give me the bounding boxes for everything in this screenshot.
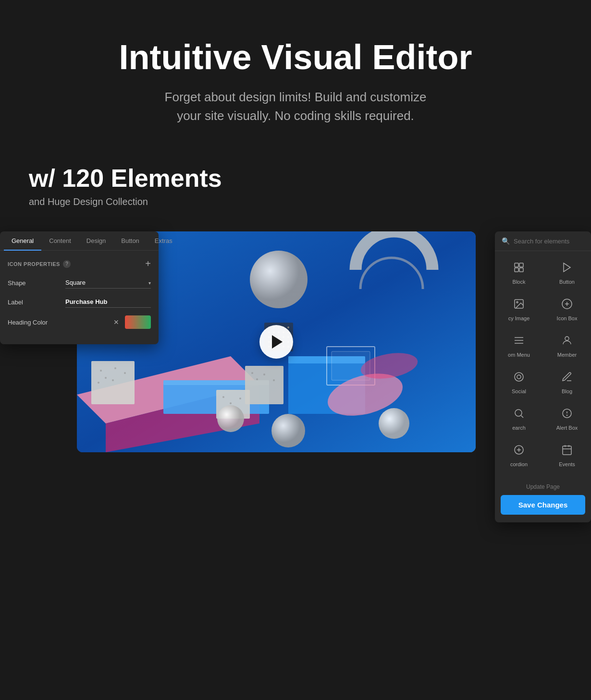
content-area: General Content Design Button Extras ICO…: [0, 231, 591, 519]
element-button-label: Button: [559, 279, 575, 285]
menu-icon: [513, 335, 525, 349]
svg-point-17: [250, 251, 308, 308]
element-iconbox[interactable]: Icon Box: [543, 291, 591, 328]
svg-point-6: [100, 370, 102, 372]
hero-title: Intuitive Visual Editor: [19, 38, 572, 76]
svg-point-69: [515, 410, 522, 416]
element-blog-label: Blog: [562, 388, 572, 394]
svg-point-66: [565, 337, 569, 340]
heading-color-label: Heading Color: [8, 319, 111, 326]
elements-grid: Block Button: [495, 251, 591, 478]
elements-panel: 🔍 Block: [495, 231, 591, 522]
element-social-label: Social: [512, 388, 526, 394]
svg-point-36: [287, 326, 289, 328]
heading-color-row: Heading Color ✕: [8, 315, 151, 329]
search-element-icon: [513, 408, 525, 422]
element-image-label: cy Image: [508, 315, 530, 321]
tab-extras[interactable]: Extras: [147, 231, 180, 250]
update-label: Update Page: [501, 483, 585, 490]
svg-rect-58: [519, 263, 523, 267]
svg-point-13: [251, 372, 253, 374]
label-value: [65, 296, 151, 308]
element-block[interactable]: Block: [495, 255, 543, 291]
hero-section: Intuitive Visual Editor Forget about des…: [0, 0, 591, 145]
events-icon: [561, 444, 573, 459]
tab-content[interactable]: Content: [41, 231, 79, 250]
shape-property-row: Shape Square Circle Rounded ▾: [8, 277, 151, 289]
shape-select[interactable]: Square Circle Rounded: [65, 277, 151, 289]
search-input[interactable]: [514, 238, 591, 245]
section-header: ICON PROPERTIES ? +: [8, 258, 151, 269]
tab-general[interactable]: General: [4, 231, 41, 250]
play-button[interactable]: [259, 325, 293, 359]
blog-icon: [561, 371, 573, 386]
svg-point-67: [515, 373, 523, 381]
elements-section-header: w/ 120 Elements and Huge Design Collecti…: [0, 145, 591, 231]
svg-rect-12: [245, 366, 283, 404]
elements-title: w/ 120 Elements: [29, 164, 562, 193]
color-swatch[interactable]: [125, 315, 151, 329]
member-icon: [561, 335, 573, 349]
element-alertbox[interactable]: Alert Box: [543, 401, 591, 437]
update-section: Update Page Save Changes: [495, 478, 591, 517]
search-icon: 🔍: [502, 237, 510, 245]
element-search-label: earch: [512, 425, 526, 431]
svg-point-16: [273, 379, 275, 381]
tab-button[interactable]: Button: [113, 231, 147, 250]
element-social[interactable]: Social: [495, 364, 543, 401]
svg-point-62: [517, 302, 518, 303]
block-icon: [513, 262, 525, 276]
label-property-row: Label: [8, 296, 151, 308]
svg-point-11: [124, 372, 126, 374]
iconbox-icon: [561, 298, 573, 313]
elements-subtitle: and Huge Design Collection: [29, 196, 562, 207]
svg-point-20: [230, 402, 232, 404]
section-title: ICON PROPERTIES: [8, 261, 60, 267]
element-menu-label: om Menu: [508, 352, 530, 358]
element-blog[interactable]: Blog: [543, 364, 591, 401]
svg-point-27: [271, 414, 305, 447]
search-bar: 🔍: [495, 231, 591, 251]
svg-point-9: [98, 382, 99, 384]
hero-subtitle: Forget about design limits! Build and cu…: [127, 88, 464, 125]
element-accordion-label: cordion: [510, 461, 528, 467]
element-image[interactable]: cy Image: [495, 291, 543, 328]
save-changes-button[interactable]: Save Changes: [501, 495, 585, 515]
clear-color-button[interactable]: ✕: [111, 317, 121, 327]
element-block-label: Block: [513, 279, 526, 285]
svg-point-8: [114, 367, 116, 369]
element-events-label: Events: [559, 461, 575, 467]
label-label: Label: [8, 299, 65, 306]
svg-rect-59: [515, 268, 518, 272]
button-icon: [561, 262, 573, 276]
label-input[interactable]: [65, 296, 151, 308]
element-iconbox-label: Icon Box: [557, 315, 578, 321]
help-icon[interactable]: ?: [63, 260, 71, 268]
svg-rect-57: [515, 263, 518, 267]
add-property-button[interactable]: +: [145, 258, 151, 269]
element-menu[interactable]: om Menu: [495, 328, 543, 364]
element-accordion[interactable]: cordion: [495, 437, 543, 474]
page-wrapper: Intuitive Visual Editor Forget about des…: [0, 0, 591, 700]
svg-point-7: [105, 377, 107, 379]
element-member[interactable]: Member: [543, 328, 591, 364]
play-icon: [272, 335, 283, 349]
svg-point-28: [379, 408, 409, 439]
element-button[interactable]: Button: [543, 255, 591, 291]
tab-design[interactable]: Design: [79, 231, 113, 250]
social-icon: [513, 371, 525, 386]
shape-value: Square Circle Rounded ▾: [65, 277, 151, 289]
svg-point-10: [112, 379, 114, 381]
svg-point-72: [567, 415, 567, 416]
svg-point-14: [256, 378, 258, 380]
shape-label: Shape: [8, 279, 65, 287]
svg-point-19: [222, 396, 224, 398]
element-events[interactable]: Events: [543, 437, 591, 474]
image-icon: [513, 298, 525, 313]
svg-point-68: [517, 375, 521, 379]
element-search[interactable]: earch: [495, 401, 543, 437]
svg-rect-60: [519, 268, 523, 272]
alertbox-icon: [561, 408, 573, 422]
element-alertbox-label: Alert Box: [556, 425, 578, 431]
svg-point-21: [239, 398, 241, 399]
